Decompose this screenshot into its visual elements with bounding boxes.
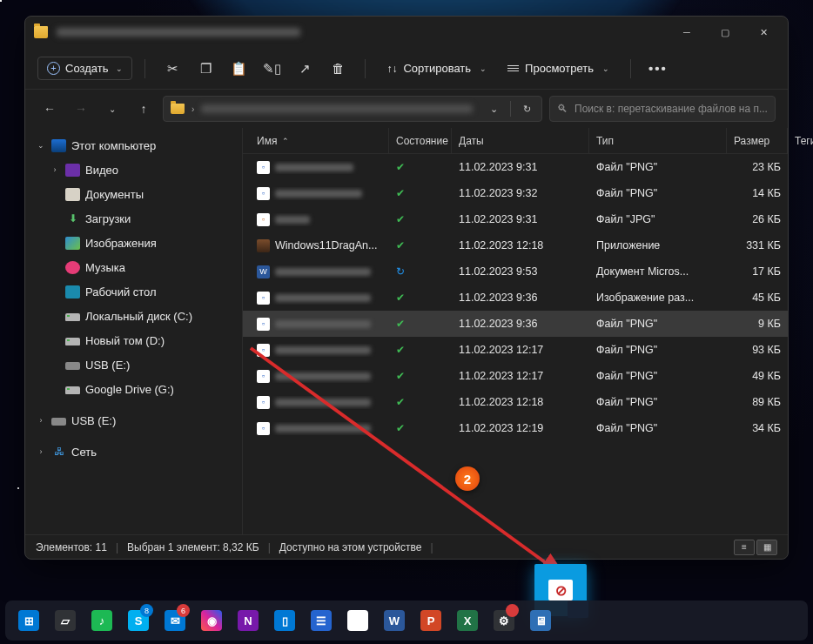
delete-button[interactable]: 🗑 [323,56,353,82]
sidebar-item-mus[interactable]: Музыка [29,255,239,279]
file-name [275,346,371,354]
sidebar-item-pc[interactable]: ⌄ Этот компьютер [29,133,239,158]
sync-status-icon: ✔ [396,187,405,199]
sync-status-icon: ✔ [396,239,405,252]
sidebar-item-drv[interactable]: Локальный диск (C:) [29,304,239,328]
titlebar[interactable]: перетаскивание файлов на панель задач в … [25,17,788,48]
calculator-icon: ▱ [55,610,76,631]
file-name [275,425,371,433]
taskbar-chrome[interactable]: ◐ [341,604,374,637]
taskbar-instagram[interactable]: ◉ [195,604,228,637]
sidebar-label: Документы [85,188,144,201]
usb-icon [51,418,66,426]
paste-button[interactable]: 📋 [224,56,253,82]
cut-button[interactable]: ✂ [158,56,187,82]
address-bar-row: ← → ⌄ ↑ › ⌄ ↻ 🔍︎ Поиск в: перетаскивание… [25,90,788,128]
file-icon: ▫ [257,344,270,357]
refresh-button[interactable]: ↻ [518,104,536,115]
file-name [275,399,371,406]
file-name [275,216,310,224]
close-button[interactable]: ✕ [744,19,783,45]
taskbar-calculator[interactable]: ▱ [49,604,82,637]
instagram-icon: ◉ [201,610,222,631]
sidebar-label: Видео [85,164,118,177]
sidebar-item-usb[interactable]: USB (E:) [29,352,239,377]
icons-view-button[interactable]: ▦ [756,540,777,555]
taskbar-settings[interactable]: ⚙ [487,604,521,637]
dl-icon: ⬇ [65,212,80,225]
maximize-button[interactable]: ▢ [706,19,744,45]
annotation-step-badge: 2 [455,466,480,491]
col-name[interactable]: Имя [250,128,389,153]
file-type: Файл "PNG" [589,396,727,408]
taskbar-mail[interactable]: ✉ 6 [158,604,191,637]
col-state[interactable]: Состояние [389,128,452,153]
taskbar-skype[interactable]: S 8 [122,604,155,637]
chevron-down-icon[interactable]: ⌄ [485,104,503,115]
table-row[interactable]: ▫ ✔ 11.02.2023 12:17 Файл "PNG" 49 КБ [243,363,788,389]
table-row[interactable]: W ↻ 11.02.2023 9:53 Документ Micros... 1… [243,258,788,285]
table-row[interactable]: ▫ ✔ 11.02.2023 12:17 Файл "PNG" 93 КБ [243,337,788,363]
file-type: Файл "JPG" [589,213,727,225]
sidebar-item-net[interactable]: › 🖧 Сеть [29,439,239,464]
taskbar-start[interactable]: ⊞ [12,604,45,637]
taskbar-excel[interactable]: X [451,604,484,637]
forward-button[interactable]: → [69,97,93,121]
sidebar-item-drv[interactable]: Google Drive (G:) [29,377,239,401]
table-row[interactable]: ▫ ✔ 11.02.2023 9:36 Файл "PNG" 9 КБ [243,311,788,337]
table-row[interactable]: ▫ ✔ 11.02.2023 9:36 Изображение раз... 4… [243,285,788,311]
sort-button[interactable]: ↑↓ Сортировать ⌄ [378,57,495,79]
table-row[interactable]: Windows11DragAn... ✔ 11.02.2023 12:18 Пр… [243,232,788,258]
recent-button[interactable]: ⌄ [100,97,124,121]
taskbar-tasks[interactable]: ☰ [305,604,338,637]
copy-button[interactable]: ❐ [191,56,220,82]
table-row[interactable]: ▫ ✔ 11.02.2023 9:32 Файл "PNG" 14 КБ [243,180,788,206]
drv-icon [65,386,80,394]
file-date: 11.02.2023 9:31 [452,161,589,173]
table-row[interactable]: ▫ ✔ 11.02.2023 9:31 Файл "PNG" 23 КБ [243,154,788,180]
up-button[interactable]: ↑ [131,97,156,121]
sidebar-item-vid[interactable]: › Видео [29,158,239,182]
sidebar-item-dl[interactable]: ⬇ Загрузки [29,206,239,231]
taskbar-onenote[interactable]: N [232,604,265,637]
taskbar-powerpoint[interactable]: P [414,604,447,637]
minimize-button[interactable]: ─ [668,19,706,45]
search-input[interactable]: 🔍︎ Поиск в: перетаскивание файлов на п..… [549,96,776,122]
back-button[interactable]: ← [37,97,62,121]
more-button[interactable]: ••• [643,56,673,82]
file-type: Документ Micros... [589,265,727,278]
sidebar-item-usb[interactable]: › USB (E:) [29,408,239,433]
col-type[interactable]: Тип [589,128,727,153]
address-bar[interactable]: › ⌄ ↻ [163,96,542,122]
sidebar-label: Google Drive (G:) [85,383,174,396]
col-date[interactable]: Даты [452,128,589,153]
taskbar-word[interactable]: W [378,604,411,637]
sidebar-item-doc[interactable]: Документы [29,182,239,206]
file-size: 331 КБ [727,239,788,252]
table-row[interactable]: ▫ ✔ 11.02.2023 12:18 Файл "PNG" 89 КБ [243,389,788,415]
plus-icon: + [47,62,60,75]
share-button[interactable]: ↗ [290,56,319,82]
table-row[interactable]: ▫ ✔ 11.02.2023 9:31 Файл "JPG" 26 КБ [243,206,788,232]
col-size[interactable]: Размер [727,128,788,153]
taskbar-spotify[interactable]: ♪ [85,604,118,637]
chevron-down-icon: ⌄ [116,64,123,73]
taskbar-this-pc[interactable]: 🖥 [524,604,557,637]
taskbar-phone[interactable]: ▯ [268,604,301,637]
details-view-button[interactable]: ≡ [734,540,755,555]
table-row[interactable]: ▫ ✔ 11.02.2023 12:19 Файл "PNG" 34 КБ [243,415,788,441]
file-size: 49 КБ [727,370,788,382]
sidebar-item-img[interactable]: Изображения [29,231,239,255]
taskbar[interactable]: ⊞ ▱ ♪ S 8✉ 6◉ N ▯ ☰ ◐ W P X ⚙ 🖥 [5,600,808,641]
file-type: Изображение раз... [589,292,727,304]
sidebar-item-drv[interactable]: Новый том (D:) [29,328,239,352]
sidebar-item-desk[interactable]: Рабочий стол [29,279,239,304]
rename-button[interactable]: ✎▯ [257,56,286,82]
view-button[interactable]: Просмотреть ⌄ [499,57,618,79]
chevron-icon: › [36,447,46,456]
col-tags[interactable]: Теги [788,128,813,153]
new-button[interactable]: + Создать ⌄ [37,57,132,80]
separator [630,59,631,78]
file-date: 11.02.2023 9:53 [452,265,589,278]
mus-icon [65,261,80,274]
